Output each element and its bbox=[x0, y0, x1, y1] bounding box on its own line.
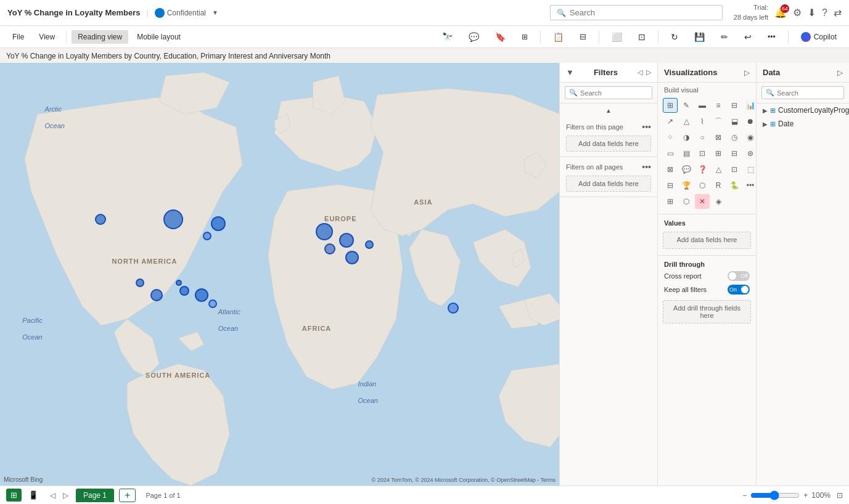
bubble-10[interactable] bbox=[176, 280, 182, 286]
bubble-8[interactable] bbox=[195, 288, 208, 302]
bubble-eu-1[interactable] bbox=[316, 223, 333, 240]
undo-icon[interactable]: ↩ bbox=[738, 30, 758, 44]
viz-table-btn[interactable]: ⊟ bbox=[727, 146, 742, 161]
bubble-9[interactable] bbox=[208, 299, 217, 308]
add-fields-this-page[interactable]: Add data fields here bbox=[566, 136, 651, 152]
bubble-2[interactable] bbox=[163, 209, 183, 229]
viz-paginated-btn[interactable]: 🏆 bbox=[679, 178, 694, 193]
viz-smart-narr-btn[interactable]: 💬 bbox=[679, 162, 694, 177]
zoom-slider[interactable] bbox=[750, 490, 800, 500]
viz-powerapp-btn[interactable]: ⬡ bbox=[695, 178, 710, 193]
viz-extra-2[interactable]: ⬡ bbox=[679, 194, 694, 209]
zoom-out-icon[interactable]: − bbox=[742, 491, 747, 500]
viz-area-chart-btn[interactable]: △ bbox=[679, 114, 694, 129]
data-search-input[interactable] bbox=[777, 89, 840, 97]
reading-view-btn[interactable]: Reading view bbox=[72, 30, 128, 44]
viz-extra-4[interactable]: ◈ bbox=[711, 194, 726, 209]
dropdown-chevron-icon[interactable]: ▼ bbox=[212, 9, 218, 16]
viz-qa-btn[interactable]: ❓ bbox=[695, 162, 710, 177]
more-options-icon[interactable]: ••• bbox=[761, 30, 782, 44]
binoculars-icon[interactable]: 🔭 bbox=[436, 30, 459, 44]
bubble-1[interactable] bbox=[95, 214, 106, 225]
add-fields-all-pages[interactable]: Add data fields here bbox=[566, 176, 651, 192]
mobile-icon[interactable]: 📱 bbox=[24, 489, 43, 502]
mobile-layout-btn[interactable]: Mobile layout bbox=[131, 30, 187, 44]
viz-100pct-bar-btn[interactable]: ⊟ bbox=[727, 98, 742, 113]
viz-bar-chart-btn[interactable]: ▬ bbox=[695, 98, 710, 113]
settings-icon[interactable]: ⚙ bbox=[793, 7, 802, 18]
bubble-5[interactable] bbox=[136, 278, 144, 287]
bubble-7[interactable] bbox=[179, 286, 189, 296]
viz-r-visual-btn[interactable]: R bbox=[711, 178, 726, 193]
file-menu[interactable]: File bbox=[6, 30, 30, 44]
viz-tree-btn[interactable]: ⊠ bbox=[711, 130, 726, 145]
keep-filters-toggle[interactable]: On bbox=[728, 285, 750, 295]
viz-gauge-btn[interactable]: ◷ bbox=[727, 130, 742, 145]
filters-forward-icon[interactable]: ▷ bbox=[646, 68, 651, 76]
data-expand-icon[interactable]: ▷ bbox=[837, 68, 843, 77]
copilot-btn[interactable]: Copilot bbox=[795, 30, 843, 44]
bubble-as-1[interactable] bbox=[448, 303, 459, 314]
drill-through-field-area[interactable]: Add drill through fields here bbox=[663, 300, 751, 323]
bubble-4[interactable] bbox=[203, 232, 211, 240]
layout-icon[interactable]: ⊟ bbox=[573, 30, 593, 44]
viz-column-chart-btn[interactable]: 📊 bbox=[743, 98, 757, 113]
viz-kpi-btn[interactable]: ◉ bbox=[743, 130, 757, 145]
this-page-dots[interactable]: ••• bbox=[642, 122, 651, 132]
viz-matrix-btn[interactable]: ⊞ bbox=[711, 146, 726, 161]
viz-decomp-btn[interactable]: ⊠ bbox=[663, 162, 678, 177]
save-icon[interactable]: 💾 bbox=[688, 30, 711, 44]
add-page-btn[interactable]: + bbox=[119, 489, 136, 502]
expand-icon-1[interactable]: ⊞ bbox=[515, 30, 534, 44]
viz-filled-map-btn[interactable]: ⊡ bbox=[727, 162, 742, 177]
viz-multirow-card-btn[interactable]: ▤ bbox=[679, 146, 694, 161]
zoom-in-icon[interactable]: + bbox=[803, 491, 808, 500]
search-input[interactable] bbox=[570, 8, 716, 17]
filters-search-input[interactable] bbox=[580, 89, 648, 97]
bubble-6[interactable] bbox=[150, 289, 163, 301]
viz-small-mult-btn[interactable]: ⊛ bbox=[743, 146, 757, 161]
desktop-icon[interactable]: ⊞ bbox=[6, 489, 22, 502]
fit-to-window-icon[interactable]: ⊡ bbox=[837, 491, 843, 500]
prev-page-btn[interactable]: ◁ bbox=[47, 490, 58, 501]
pencil-icon[interactable]: ✏ bbox=[715, 30, 734, 44]
next-page-btn[interactable]: ▷ bbox=[60, 490, 71, 501]
viz-more-btn[interactable]: ••• bbox=[743, 178, 757, 193]
comment-icon[interactable]: 💬 bbox=[462, 30, 485, 44]
scroll-up-icon[interactable]: ▲ bbox=[603, 105, 614, 116]
cross-report-toggle[interactable]: Off bbox=[728, 271, 750, 281]
more-icon-1[interactable]: ⊡ bbox=[632, 30, 652, 44]
view-menu[interactable]: View bbox=[33, 30, 61, 44]
viz-scatter-btn[interactable]: ⁘ bbox=[663, 130, 678, 145]
bubble-eu-5[interactable] bbox=[365, 240, 374, 249]
download-icon[interactable]: ⬇ bbox=[808, 7, 816, 18]
values-field-area[interactable]: Add data fields here bbox=[663, 232, 751, 249]
insert-icon[interactable]: ⬜ bbox=[605, 30, 628, 44]
viz-expand-icon[interactable]: ▷ bbox=[744, 68, 750, 77]
viz-extra-3[interactable]: ✕ bbox=[695, 194, 710, 209]
bubble-3[interactable] bbox=[211, 216, 226, 231]
data-tree-item-1[interactable]: ▶ ⊞ CustomerLoyaltyProgr... bbox=[757, 104, 849, 117]
viz-pie-btn[interactable]: ◑ bbox=[679, 130, 694, 145]
all-pages-dots[interactable]: ••• bbox=[642, 162, 651, 172]
share-icon[interactable]: ⇄ bbox=[834, 7, 842, 18]
bubble-eu-3[interactable] bbox=[324, 243, 335, 254]
viz-funnel-btn[interactable]: ⏺ bbox=[743, 114, 757, 129]
bubble-eu-2[interactable] bbox=[339, 233, 354, 248]
refresh-icon[interactable]: ↻ bbox=[665, 30, 684, 44]
viz-python-btn[interactable]: 🐍 bbox=[727, 178, 742, 193]
viz-extra-1[interactable]: ⊞ bbox=[663, 194, 678, 209]
viz-table-matrix-btn[interactable]: ⊞ bbox=[663, 98, 678, 113]
help-icon[interactable]: ? bbox=[822, 7, 827, 18]
viz-slicer-btn[interactable]: ⊡ bbox=[695, 146, 710, 161]
filters-back-icon[interactable]: ◁ bbox=[638, 68, 642, 76]
viz-shape-map-btn[interactable]: ⊟ bbox=[663, 178, 678, 193]
viz-azure-map-btn[interactable]: ⬚ bbox=[743, 162, 757, 177]
viz-card-btn[interactable]: ▭ bbox=[663, 146, 678, 161]
map-area[interactable]: Arctic Ocean Pacific Ocean Atlantic Ocea… bbox=[0, 63, 559, 486]
notification-btn[interactable]: 🔔 64 bbox=[774, 7, 787, 18]
page-1-tab[interactable]: Page 1 bbox=[76, 489, 114, 502]
viz-donut-btn[interactable]: ○ bbox=[695, 130, 710, 145]
viz-ribbon-btn[interactable]: ⌒ bbox=[711, 114, 726, 129]
viz-line-area-btn[interactable]: ⌇ bbox=[695, 114, 710, 129]
